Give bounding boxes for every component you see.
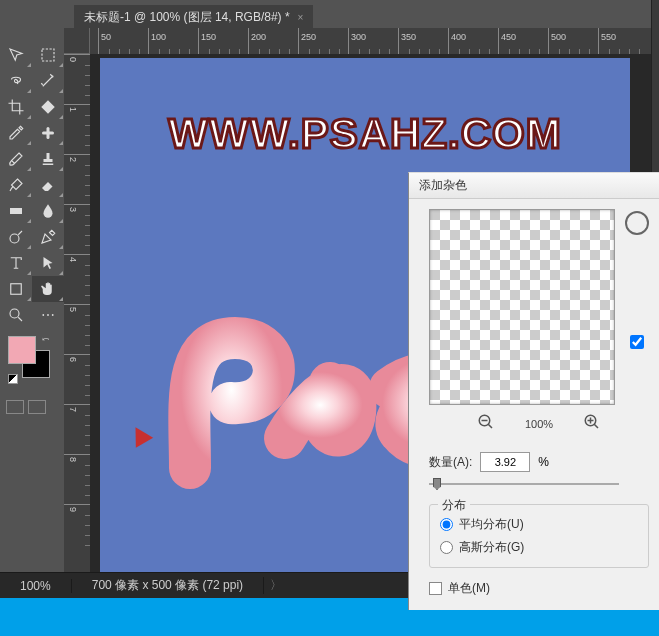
document-tab[interactable]: 未标题-1 @ 100% (图层 14, RGB/8#) * × — [74, 5, 313, 30]
zoom-tool[interactable] — [0, 302, 32, 328]
edit-toolbar[interactable]: ⋯ — [32, 302, 64, 328]
ruler-origin[interactable] — [64, 28, 90, 54]
type-tool[interactable] — [0, 250, 32, 276]
amount-unit: % — [538, 455, 549, 469]
brush-tool[interactable] — [0, 146, 32, 172]
tab-title: 未标题-1 @ 100% (图层 14, RGB/8#) * — [84, 9, 290, 26]
zoom-out-icon[interactable] — [477, 413, 495, 434]
blur-tool[interactable] — [32, 198, 64, 224]
shape-tool[interactable] — [0, 276, 32, 302]
chevron-right-icon[interactable]: 〉 — [270, 577, 282, 594]
reset-colors-icon[interactable] — [8, 374, 18, 384]
zoom-in-icon[interactable] — [583, 413, 601, 434]
vertical-ruler[interactable]: 0123456789 — [64, 54, 90, 572]
dialog-title[interactable]: 添加杂色 — [409, 173, 659, 199]
add-noise-dialog: 添加杂色 100% 数量(A): % 分布 平均分布(U) 高斯分布(G) — [408, 172, 659, 610]
heal-tool[interactable] — [32, 120, 64, 146]
svg-point-6 — [10, 309, 19, 318]
amount-slider[interactable] — [429, 474, 619, 494]
preview-zoom-label: 100% — [525, 418, 553, 430]
foreground-color[interactable] — [8, 336, 36, 364]
status-doc-info[interactable]: 700 像素 x 500 像素 (72 ppi) — [72, 577, 264, 594]
hand-tool[interactable] — [32, 276, 64, 302]
dodge-tool[interactable] — [0, 224, 32, 250]
watermark-text: WWW.PSAHZ.COM — [100, 110, 630, 158]
marquee-tool[interactable] — [32, 42, 64, 68]
swap-colors-icon[interactable]: ⤺ — [42, 334, 50, 344]
color-swatches[interactable]: ⤺ — [8, 336, 52, 380]
svg-rect-0 — [42, 49, 54, 61]
status-zoom[interactable]: 100% — [0, 579, 72, 593]
horizontal-ruler[interactable]: 50100150200250300350400450500550 — [90, 28, 659, 54]
svg-point-4 — [10, 234, 19, 243]
amount-label: 数量(A): — [429, 454, 472, 471]
history-brush-tool[interactable] — [0, 172, 32, 198]
lasso-tool[interactable] — [0, 68, 32, 94]
wand-tool[interactable] — [32, 68, 64, 94]
tool-panel: ⋯ ⤺ — [0, 28, 64, 572]
close-icon[interactable]: × — [298, 12, 304, 23]
gaussian-radio[interactable]: 高斯分布(G) — [440, 536, 638, 559]
distribution-group: 分布 平均分布(U) 高斯分布(G) — [429, 504, 649, 568]
document-tabs: 未标题-1 @ 100% (图层 14, RGB/8#) * × — [0, 6, 659, 28]
svg-rect-5 — [11, 284, 22, 295]
amount-input[interactable] — [480, 452, 530, 472]
uniform-radio[interactable]: 平均分布(U) — [440, 513, 638, 536]
screen-mode-button[interactable] — [6, 400, 24, 414]
ok-button-partial[interactable] — [625, 211, 649, 235]
stamp-tool[interactable] — [32, 146, 64, 172]
noise-preview[interactable] — [429, 209, 615, 405]
svg-rect-3 — [10, 208, 22, 214]
path-select-tool[interactable] — [32, 250, 64, 276]
move-tool[interactable] — [0, 42, 32, 68]
monochrome-checkbox[interactable]: 单色(M) — [429, 580, 649, 597]
mask-mode-button[interactable] — [28, 400, 46, 414]
crop-tool[interactable] — [0, 94, 32, 120]
eyedropper-tool[interactable] — [0, 120, 32, 146]
slice-tool[interactable] — [32, 94, 64, 120]
gradient-tool[interactable] — [0, 198, 32, 224]
group-title: 分布 — [438, 497, 470, 514]
svg-rect-2 — [47, 127, 50, 139]
eraser-tool[interactable] — [32, 172, 64, 198]
pen-tool[interactable] — [32, 224, 64, 250]
preview-checkbox[interactable] — [630, 335, 644, 352]
